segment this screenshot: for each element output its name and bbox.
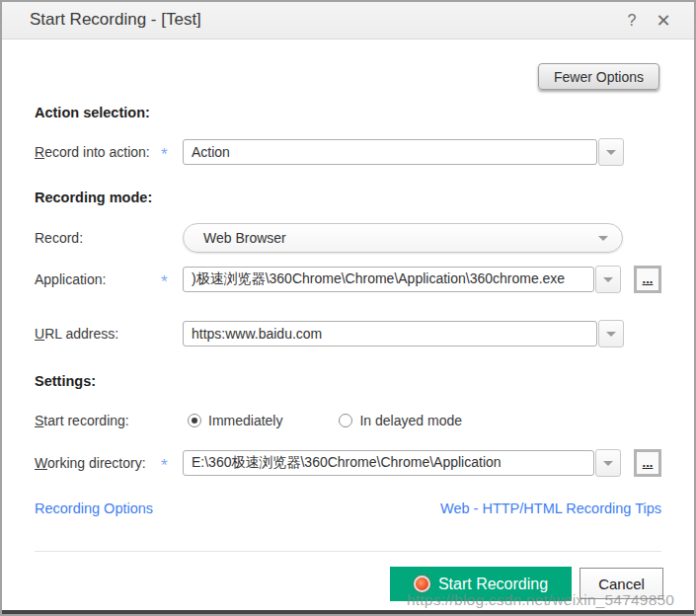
- titlebar[interactable]: Start Recording - [Test] ? ✕: [2, 2, 694, 39]
- record-row: Record: Web Browser: [35, 223, 661, 253]
- record-into-action-dropdown-button[interactable]: [598, 138, 624, 166]
- record-into-action-input[interactable]: [183, 139, 597, 165]
- dialog-title: Start Recording - [Test]: [30, 10, 201, 30]
- radio-in-delayed-mode[interactable]: [339, 414, 352, 427]
- radio-immediately-label: Immediately: [208, 413, 282, 428]
- radio-in-delayed-mode-label: In delayed mode: [359, 413, 462, 428]
- working-directory-row: Working directory: * ...: [35, 448, 661, 478]
- record-into-action-label: Record into action:: [35, 144, 161, 160]
- required-spacer: [161, 332, 183, 337]
- start-recording-button[interactable]: Start Recording: [390, 567, 572, 601]
- record-into-action-row: Record into action: *: [35, 138, 661, 166]
- footer-separator: [35, 551, 661, 552]
- working-directory-dropdown-button[interactable]: [595, 449, 621, 477]
- start-recording-label: Start recording:: [35, 413, 161, 428]
- required-spacer: [161, 419, 183, 424]
- record-select-value: Web Browser: [203, 230, 286, 246]
- working-directory-label: Working directory:: [35, 455, 161, 471]
- chevron-down-icon: [606, 332, 616, 337]
- working-directory-browse-button[interactable]: ...: [634, 449, 661, 477]
- recording-tips-link[interactable]: Web - HTTP/HTML Recording Tips: [440, 500, 661, 516]
- fewer-options-button[interactable]: Fewer Options: [538, 63, 659, 90]
- radio-immediately[interactable]: [188, 414, 201, 427]
- close-icon[interactable]: ✕: [653, 10, 674, 32]
- url-address-label: URL address:: [35, 326, 161, 342]
- application-label: Application:: [35, 271, 161, 287]
- application-browse-button[interactable]: ...: [634, 266, 661, 293]
- cancel-button[interactable]: Cancel: [580, 568, 663, 599]
- record-label: Record:: [35, 230, 161, 246]
- recording-options-link[interactable]: Recording Options: [35, 500, 153, 516]
- help-icon[interactable]: ?: [621, 10, 643, 32]
- application-row: Application: * ...: [35, 265, 661, 294]
- application-input[interactable]: [183, 267, 594, 292]
- working-directory-input[interactable]: [183, 450, 594, 476]
- required-spacer: [161, 236, 183, 241]
- url-address-input[interactable]: [183, 321, 597, 346]
- chevron-down-icon: [603, 461, 613, 466]
- url-address-row: URL address:: [35, 320, 661, 347]
- action-selection-heading: Action selection:: [35, 105, 150, 120]
- settings-heading: Settings:: [35, 373, 96, 389]
- chevron-down-icon: [603, 277, 613, 282]
- chevron-down-icon: [598, 236, 608, 241]
- record-select[interactable]: Web Browser: [183, 223, 623, 253]
- start-recording-button-label: Start Recording: [438, 576, 548, 593]
- recording-mode-heading: Recording mode:: [35, 190, 152, 205]
- record-icon: [414, 576, 430, 592]
- start-recording-dialog: Start Recording - [Test] ? ✕ Fewer Optio…: [0, 0, 696, 616]
- window-bottom-border: [0, 610, 696, 616]
- required-marker: *: [161, 268, 183, 292]
- url-address-dropdown-button[interactable]: [598, 320, 624, 347]
- application-dropdown-button[interactable]: [595, 266, 621, 293]
- required-marker: *: [161, 140, 183, 165]
- required-marker: *: [161, 451, 183, 476]
- start-recording-row: Start recording: Immediately In delayed …: [35, 411, 661, 430]
- chevron-down-icon: [606, 150, 616, 155]
